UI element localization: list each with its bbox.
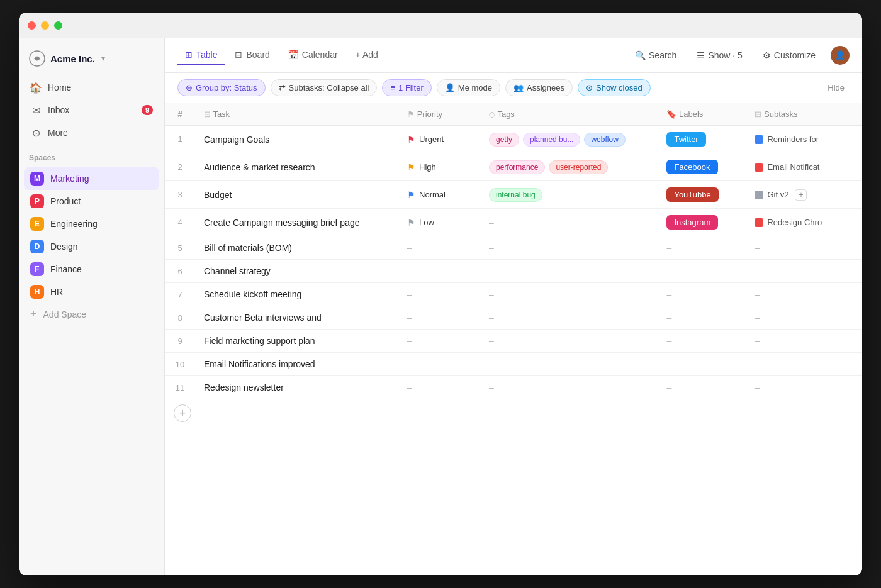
assignees-chip[interactable]: 👥 Assignees (505, 79, 573, 96)
customize-button[interactable]: ⚙ Customize (758, 47, 821, 64)
cell-label[interactable]: – (658, 283, 746, 306)
cell-priority[interactable]: – (398, 306, 480, 330)
cell-priority[interactable]: – (398, 283, 480, 306)
cell-subtask[interactable]: Git v2+ (746, 181, 862, 209)
cell-task[interactable]: Email Notifications improved (195, 353, 398, 376)
cell-tags[interactable]: – (480, 376, 658, 399)
col-header-priority[interactable]: ⚑ Priority (398, 103, 480, 126)
cell-label[interactable]: – (658, 376, 746, 399)
cell-label[interactable]: Facebook (658, 153, 746, 181)
search-button[interactable]: 🔍 Search (630, 47, 682, 64)
tab-board[interactable]: ⊟ Board (227, 46, 277, 65)
cell-task[interactable]: Field marketing support plan (195, 330, 398, 353)
label-badge[interactable]: Twitter (666, 132, 705, 147)
show-button[interactable]: ☰ Show · 5 (692, 47, 747, 64)
cell-subtask[interactable]: – (746, 330, 862, 353)
cell-subtask[interactable]: Email Notificat (746, 153, 862, 181)
me-mode-chip[interactable]: 👤 Me mode (437, 79, 500, 96)
cell-subtask[interactable]: – (746, 260, 862, 283)
tag-webflow[interactable]: webflow (584, 133, 625, 147)
table-row[interactable]: 3Budget⚑Normalinternal bugYouTubbeGit v2… (165, 181, 862, 209)
sidebar-item-design[interactable]: D Design (24, 235, 159, 258)
brand-logo[interactable]: Acme Inc. ▾ (19, 45, 164, 77)
user-avatar[interactable]: 👤 (831, 46, 850, 65)
cell-label[interactable]: Instagram (658, 209, 746, 236)
cell-tags[interactable]: – (480, 306, 658, 330)
cell-tags[interactable]: gettyplanned bu...webflow (480, 126, 658, 153)
cell-subtask[interactable]: Redesign Chro (746, 209, 862, 236)
cell-subtask[interactable]: – (746, 376, 862, 399)
cell-task[interactable]: Customer Beta interviews and (195, 306, 398, 330)
sidebar-item-hr[interactable]: H HR (24, 280, 159, 303)
cell-task[interactable]: Budget (195, 181, 398, 209)
tag-planned[interactable]: planned bu... (523, 133, 580, 147)
cell-tags[interactable]: – (480, 330, 658, 353)
table-row[interactable]: 11Redesign newsletter–––– (165, 376, 862, 399)
cell-tags[interactable]: internal bug (480, 181, 658, 209)
cell-tags[interactable]: performanceuser-reported (480, 153, 658, 181)
tab-add[interactable]: + Add (348, 46, 386, 65)
cell-tags[interactable]: – (480, 353, 658, 376)
close-button[interactable] (28, 21, 36, 30)
cell-task[interactable]: Bill of materials (BOM) (195, 236, 398, 260)
add-row-button[interactable]: + (174, 404, 191, 422)
table-row[interactable]: 7Schedule kickoff meeting–––– (165, 283, 862, 306)
sidebar-item-finance[interactable]: F Finance (24, 258, 159, 280)
minimize-button[interactable] (41, 21, 49, 30)
add-space-button[interactable]: + Add Space (24, 303, 159, 325)
cell-task[interactable]: Audience & market research (195, 153, 398, 181)
cell-label[interactable]: – (658, 330, 746, 353)
subtasks-chip[interactable]: ⇄ Subtasks: Collapse all (271, 79, 378, 96)
label-badge[interactable]: Instagram (666, 215, 718, 230)
cell-priority[interactable]: – (398, 260, 480, 283)
table-row[interactable]: 9Field marketing support plan–––– (165, 330, 862, 353)
cell-priority[interactable]: – (398, 376, 480, 399)
table-row[interactable]: 4Create Campaign messaging brief page⚑Lo… (165, 209, 862, 236)
sidebar-item-marketing[interactable]: M Marketing (24, 167, 159, 190)
cell-priority[interactable]: – (398, 330, 480, 353)
cell-subtask[interactable]: – (746, 353, 862, 376)
tag-performance[interactable]: performance (489, 160, 545, 174)
table-row[interactable]: 2Audience & market research⚑Highperforma… (165, 153, 862, 181)
cell-label[interactable]: – (658, 260, 746, 283)
sidebar-item-engineering[interactable]: E Engineering (24, 213, 159, 235)
cell-priority[interactable]: ⚑Low (398, 209, 480, 236)
cell-priority[interactable]: ⚑Normal (398, 181, 480, 209)
cell-priority[interactable]: – (398, 236, 480, 260)
tag-getty[interactable]: getty (489, 133, 519, 147)
cell-subtask[interactable]: – (746, 236, 862, 260)
tag-user-reported[interactable]: user-reported (549, 160, 608, 174)
cell-label[interactable]: YouTubbe (658, 181, 746, 209)
cell-subtask[interactable]: – (746, 306, 862, 330)
hide-button[interactable]: Hide (822, 80, 850, 96)
cell-tags[interactable]: – (480, 209, 658, 236)
cell-task[interactable]: Create Campaign messaging brief page (195, 209, 398, 236)
nav-item-home[interactable]: 🏠 Home (24, 77, 159, 98)
cell-task[interactable]: Schedule kickoff meeting (195, 283, 398, 306)
cell-label[interactable]: – (658, 353, 746, 376)
tab-table[interactable]: ⊞ Table (177, 46, 225, 65)
nav-item-inbox[interactable]: ✉ Inbox 9 (24, 99, 159, 121)
cell-task[interactable]: Redesign newsletter (195, 376, 398, 399)
table-row[interactable]: 10Email Notifications improved–––– (165, 353, 862, 376)
table-row[interactable]: 8Customer Beta interviews and–––– (165, 306, 862, 330)
cell-task[interactable]: Campaign Goals (195, 126, 398, 153)
col-header-tags[interactable]: ◇ Tags (480, 103, 658, 126)
col-header-task[interactable]: ⊟ Task (195, 103, 398, 126)
table-row[interactable]: 6Channel strategy–––– (165, 260, 862, 283)
tab-calendar[interactable]: 📅 Calendar (280, 46, 345, 65)
tag-internal-bug[interactable]: internal bug (489, 188, 542, 202)
cell-subtask[interactable]: Reminders for (746, 126, 862, 153)
show-closed-chip[interactable]: ⊙ Show closed (578, 79, 651, 96)
group-by-chip[interactable]: ⊕ Group by: Status (177, 79, 266, 96)
table-row[interactable]: 1Campaign Goals⚑Urgentgettyplanned bu...… (165, 126, 862, 153)
cell-subtask[interactable]: – (746, 283, 862, 306)
cell-tags[interactable]: – (480, 283, 658, 306)
cell-tags[interactable]: – (480, 260, 658, 283)
cell-label[interactable]: – (658, 306, 746, 330)
table-container[interactable]: # ⊟ Task ⚑ Priority ◇ (165, 103, 862, 575)
table-row[interactable]: 5Bill of materials (BOM)–––– (165, 236, 862, 260)
label-badge[interactable]: YouTubbe (666, 187, 718, 202)
cell-tags[interactable]: – (480, 236, 658, 260)
cell-priority[interactable]: ⚑High (398, 153, 480, 181)
